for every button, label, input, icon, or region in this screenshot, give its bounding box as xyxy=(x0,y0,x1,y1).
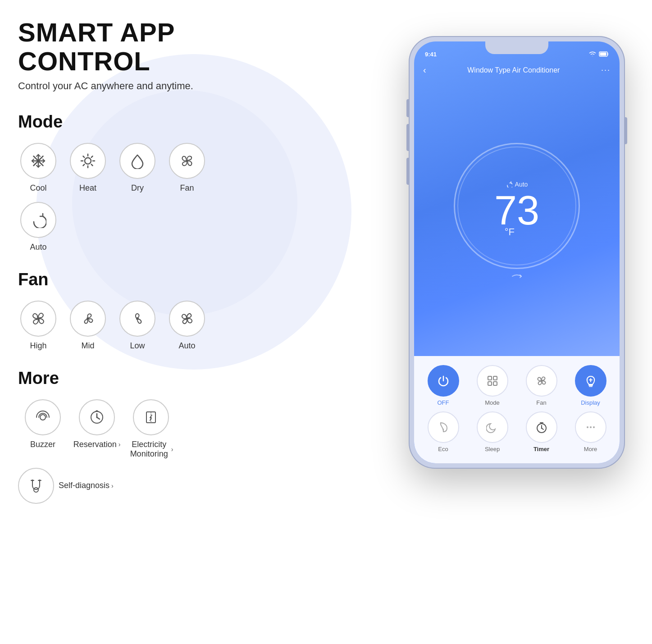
eco-button-circle xyxy=(428,411,459,443)
sleep-label: Sleep xyxy=(485,446,500,452)
fan-icon-grid: High Mid xyxy=(18,301,234,351)
battery-status-icon xyxy=(599,51,609,57)
subtitle: Control your AC anywhere and anytime. xyxy=(18,80,234,92)
sleep-button-circle xyxy=(477,411,508,443)
fan-section-title: Fan xyxy=(18,270,234,289)
fan-mid-icon-circle xyxy=(70,301,106,337)
mode-item-dry[interactable]: Dry xyxy=(117,143,158,193)
auto-mode-indicator-icon xyxy=(506,181,512,187)
electricity-icon-circle xyxy=(133,399,169,435)
fan-item-low[interactable]: Low xyxy=(117,301,158,351)
status-time: 9:41 xyxy=(425,51,437,58)
phone-power-button xyxy=(625,117,627,144)
fan-label: Fan xyxy=(180,183,194,193)
control-timer[interactable]: Timer xyxy=(520,411,563,452)
auto-mode-icon-circle xyxy=(20,202,56,238)
clock-icon xyxy=(89,410,105,425)
control-sleep[interactable]: Sleep xyxy=(470,411,514,452)
phone-mute-button xyxy=(406,99,409,117)
fan-mode-icon xyxy=(179,153,195,169)
thermostat-area: − Auto 73 xyxy=(414,79,620,356)
mode-item-auto[interactable]: Auto xyxy=(18,202,59,252)
fan-item-high[interactable]: High xyxy=(18,301,59,351)
svg-rect-39 xyxy=(488,376,492,380)
phone-bottom-panel: OFF Mo xyxy=(414,356,620,463)
fan-mid-label: Mid xyxy=(81,341,94,351)
self-diagnosis-label: Self-diagnosis xyxy=(59,481,109,490)
electricity-icon xyxy=(143,410,159,425)
fan-mid-icon xyxy=(80,311,96,327)
reservation-icon-circle xyxy=(79,399,115,435)
cool-label: Cool xyxy=(30,183,46,193)
svg-point-35 xyxy=(32,480,33,481)
svg-point-31 xyxy=(96,416,98,418)
app-title: Window Type Air Conditioner xyxy=(467,66,560,74)
buzzer-icon-circle xyxy=(25,399,61,435)
sun-icon xyxy=(80,153,96,169)
self-diagnosis-label-row: Self-diagnosis › xyxy=(59,481,114,490)
svg-point-4 xyxy=(37,160,40,162)
thermostat-mode: Auto xyxy=(506,181,528,188)
more-section: More Buzzer xyxy=(18,369,234,504)
svg-line-20 xyxy=(91,156,93,157)
control-display[interactable]: Display xyxy=(569,365,612,406)
more-item-reservation[interactable]: Reservation › xyxy=(72,399,122,449)
svg-point-13 xyxy=(85,158,91,164)
timer-button-circle xyxy=(526,411,557,443)
timer-label: Timer xyxy=(533,446,549,452)
svg-line-19 xyxy=(91,164,93,165)
more-ctrl-label: More xyxy=(584,446,597,452)
snowflake-icon xyxy=(30,153,46,169)
fan-section: Fan High xyxy=(18,270,234,351)
fan-mode-icon-circle xyxy=(169,143,205,179)
svg-point-54 xyxy=(587,426,588,428)
fan-high-icon xyxy=(30,311,46,327)
mode-item-fan[interactable]: Fan xyxy=(167,143,207,193)
more-item-electricity[interactable]: Electricity Monitoring › xyxy=(126,399,176,459)
svg-rect-38 xyxy=(600,53,606,56)
display-button-circle xyxy=(575,365,606,397)
auto-mode-label: Auto xyxy=(30,242,46,252)
swipe-indicator xyxy=(510,269,524,283)
status-icons xyxy=(589,51,609,57)
stethoscope-icon xyxy=(28,478,44,493)
off-label: OFF xyxy=(438,399,449,406)
temp-display: 73 °F xyxy=(494,190,539,231)
refresh-icon xyxy=(30,212,46,228)
fan-high-icon-circle xyxy=(20,301,56,337)
more-section-title: More xyxy=(18,369,234,388)
control-eco[interactable]: Eco xyxy=(421,411,465,452)
eco-label: Eco xyxy=(438,446,448,452)
fan-item-auto[interactable]: Auto xyxy=(167,301,207,351)
moon-icon xyxy=(486,421,499,434)
mode-item-heat[interactable]: Heat xyxy=(68,143,108,193)
bulb-icon xyxy=(584,375,597,387)
page-container: SMART APP CONTROL Control your AC anywhe… xyxy=(0,0,652,644)
buzzer-label: Buzzer xyxy=(30,440,55,449)
back-button[interactable]: ‹ xyxy=(423,65,426,75)
phone-notch xyxy=(485,41,548,54)
control-mode[interactable]: Mode xyxy=(470,365,514,406)
more-button-circle xyxy=(575,411,606,443)
phone-app-header: ‹ Window Type Air Conditioner ··· xyxy=(414,61,620,79)
electricity-arrow: › xyxy=(171,446,173,453)
swipe-icon xyxy=(510,273,524,280)
self-diagnosis-row[interactable]: Self-diagnosis › xyxy=(18,468,234,504)
control-fan[interactable]: Fan xyxy=(520,365,563,406)
svg-line-18 xyxy=(83,156,85,157)
fan-ctrl-icon xyxy=(535,375,548,387)
fan-low-icon-circle xyxy=(119,301,155,337)
phone-container: 9:41 xyxy=(409,36,625,469)
self-diagnosis-arrow: › xyxy=(111,482,114,489)
control-more[interactable]: More xyxy=(569,411,612,452)
phone-volume-up-button xyxy=(406,124,409,151)
mode-icon-grid: Cool xyxy=(18,143,234,252)
mode-item-cool[interactable]: Cool xyxy=(18,143,59,193)
more-item-buzzer[interactable]: Buzzer xyxy=(18,399,68,449)
fan-item-mid[interactable]: Mid xyxy=(68,301,108,351)
svg-rect-41 xyxy=(488,382,492,385)
phone-screen: 9:41 xyxy=(414,41,620,463)
control-off[interactable]: OFF xyxy=(421,365,465,406)
more-options-button[interactable]: ··· xyxy=(601,65,611,75)
fan-auto-icon xyxy=(179,311,195,327)
